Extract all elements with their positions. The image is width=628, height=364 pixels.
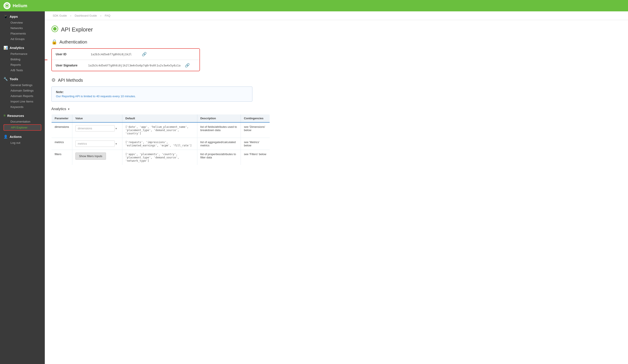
- desc-metrics: list of aggregated/calculated metrics: [197, 138, 241, 150]
- breadcrumb-sdk-guide[interactable]: SDK Guide: [53, 14, 67, 17]
- sidebar-item-adomain-reports[interactable]: Adomain Reports: [3, 93, 41, 99]
- auth-section-header: 🔒 Authentication: [51, 39, 622, 45]
- sidebar-item-log-out[interactable]: Log out: [3, 140, 41, 146]
- note-box: Note: Our Reporting API is limited to 40…: [51, 86, 252, 102]
- sidebar-item-import-line-items[interactable]: Import Line Items: [3, 99, 41, 104]
- auth-user-signature-row: User Signature 1a2b3c4d5e6f7g8h9i0j1k2l3…: [52, 60, 200, 71]
- api-methods-section-header: ⚙ API Methods: [51, 77, 622, 83]
- table-header-row: Parameter Value Default Description Cont…: [52, 115, 270, 123]
- value-metrics[interactable]: metrics: [72, 138, 122, 150]
- sidebar-section-resources: ≡ Resources Documentation API Explorer: [0, 111, 45, 132]
- user-signature-value: 1a2b3c4d5e6f7g8h9i0j1k2l3m4n5o6p7q8r9s0t…: [88, 64, 180, 67]
- sidebar-section-tools: 🔧 Tools General Settings Adomain Setting…: [0, 74, 45, 111]
- metrics-select-wrapper[interactable]: metrics: [76, 141, 119, 147]
- sidebar-section-tools-title[interactable]: 🔧 Tools: [3, 77, 41, 81]
- phone-icon: 📱: [3, 14, 8, 19]
- auth-user-id-row: User ID 1a2b3c4d5e6f7g8h9i0j1k2l 🔗 🔗: [52, 49, 200, 60]
- logo-icon: [3, 2, 10, 9]
- red-arrow-annotation: [45, 56, 50, 64]
- value-filters[interactable]: Show filters Inputs: [72, 150, 122, 165]
- gear-icon: ⚙: [51, 77, 56, 83]
- breadcrumb-faq[interactable]: FAQ: [105, 14, 110, 17]
- user-signature-link-icon[interactable]: 🔗: [180, 63, 190, 68]
- sidebar-item-general-settings[interactable]: General Settings: [3, 82, 41, 88]
- note-title: Note:: [56, 90, 248, 94]
- col-default: Default: [122, 115, 197, 123]
- user-id-value: 1a2b3c4d5e6f7g8h9i0j1k2l: [91, 53, 138, 56]
- analytics-icon: 📊: [3, 46, 8, 50]
- chevron-down-icon: ▾: [68, 107, 70, 111]
- page-title: API Explorer: [61, 26, 93, 33]
- default-dimensions: ['date', 'app', 'helium_placement_name',…: [122, 122, 197, 138]
- desc-dimensions: list of fields/attributes used to breakd…: [197, 122, 241, 138]
- lock-icon: 🔒: [51, 39, 57, 45]
- param-filters: filters: [52, 150, 72, 165]
- sidebar-item-overview[interactable]: Overview: [3, 20, 41, 25]
- contingencies-dimensions: see 'Dimensions' below: [241, 122, 270, 138]
- table-row: dimensions dimensions ['date', 'app', 'h…: [52, 122, 270, 138]
- table-row: metrics metrics ['requests', 'impression…: [52, 138, 270, 150]
- breadcrumb-sep-1: ›: [70, 14, 71, 17]
- page-title-container: API Explorer: [51, 25, 622, 34]
- sidebar-item-documentation[interactable]: Documentation: [3, 119, 41, 124]
- svg-point-1: [6, 4, 8, 7]
- default-filters: ['apps', 'placements', 'country', 'place…: [122, 150, 197, 165]
- sidebar-section-resources-title[interactable]: ≡ Resources: [3, 114, 41, 118]
- sidebar-item-reports[interactable]: Reports: [3, 62, 41, 68]
- sidebar-item-placements[interactable]: Placements: [3, 31, 41, 36]
- dimensions-select[interactable]: dimensions: [76, 125, 115, 132]
- app-logo[interactable]: Helium: [3, 2, 27, 9]
- sidebar-section-actions: 👤 Actions Log out: [0, 132, 45, 146]
- col-description: Description: [197, 115, 241, 123]
- dimensions-select-wrapper[interactable]: dimensions: [76, 125, 119, 132]
- show-filters-button[interactable]: Show filters Inputs: [76, 152, 106, 160]
- desc-filters: list of properties/attributes to filter …: [197, 150, 241, 165]
- note-text: Our Reporting API is limited to 40 reque…: [56, 95, 248, 98]
- value-dimensions[interactable]: dimensions: [72, 122, 122, 138]
- main-content: API Explorer 🔒 Authentication: [45, 20, 628, 364]
- sidebar-item-api-explorer[interactable]: API Explorer: [3, 124, 41, 131]
- contingencies-filters: see 'Filters' below: [241, 150, 270, 165]
- col-parameter: Parameter: [52, 115, 72, 123]
- sidebar-section-actions-title[interactable]: 👤 Actions: [3, 135, 41, 139]
- sidebar-item-bidding[interactable]: Bidding: [3, 57, 41, 62]
- sidebar-item-networks[interactable]: Networks: [3, 25, 41, 31]
- user-id-label: User ID: [56, 52, 91, 56]
- svg-point-3: [53, 27, 57, 31]
- param-dimensions: dimensions: [52, 122, 72, 138]
- sidebar-item-keywords[interactable]: Keywords: [3, 104, 41, 110]
- auth-box: User ID 1a2b3c4d5e6f7g8h9i0j1k2l 🔗 🔗 Use…: [51, 48, 200, 71]
- analytics-label: Analytics: [51, 107, 66, 111]
- param-metrics: metrics: [52, 138, 72, 150]
- breadcrumb-sep-2: ›: [100, 14, 101, 17]
- sidebar: 📱 Apps Overview Networks Placements Ad G…: [0, 11, 45, 364]
- topbar: Helium: [0, 0, 628, 11]
- api-table: Parameter Value Default Description Cont…: [51, 114, 270, 165]
- default-metrics: ['requests', 'impressions', 'estimated_e…: [122, 138, 197, 150]
- table-row: filters Show filters Inputs ['apps', 'pl…: [52, 150, 270, 165]
- user-signature-label: User Signature: [56, 64, 88, 67]
- analytics-section-toggle[interactable]: Analytics ▾: [51, 107, 622, 111]
- sidebar-item-api-explorer-wrapper: API Explorer: [3, 124, 41, 131]
- breadcrumb-dashboard-guide[interactable]: Dashboard Guide: [75, 14, 97, 17]
- layout: 📱 Apps Overview Networks Placements Ad G…: [0, 11, 628, 364]
- sidebar-item-performance[interactable]: Performance: [3, 51, 41, 57]
- sidebar-section-apps: 📱 Apps Overview Networks Placements Ad G…: [0, 11, 45, 43]
- sidebar-item-ab-tests[interactable]: A/B Tests: [3, 68, 41, 73]
- contingencies-metrics: see 'Metrics' below: [241, 138, 270, 150]
- app-name: Helium: [13, 3, 27, 8]
- tools-icon: 🔧: [3, 77, 8, 81]
- col-contingencies: Contingencies: [241, 115, 270, 123]
- sidebar-section-apps-title[interactable]: 📱 Apps: [3, 14, 41, 19]
- resources-icon: ≡: [3, 114, 5, 118]
- col-value: Value: [72, 115, 122, 123]
- actions-icon: 👤: [3, 135, 8, 139]
- user-id-link-icon[interactable]: 🔗: [138, 52, 147, 57]
- api-explorer-icon: [51, 25, 58, 34]
- sidebar-item-adomain-settings[interactable]: Adomain Settings: [3, 88, 41, 93]
- sidebar-section-analytics-title[interactable]: 📊 Analytics: [3, 46, 41, 50]
- sidebar-section-analytics: 📊 Analytics Performance Bidding Reports …: [0, 43, 45, 74]
- metrics-select[interactable]: metrics: [76, 141, 115, 147]
- breadcrumb: SDK Guide › Dashboard Guide › FAQ: [45, 11, 628, 20]
- sidebar-item-ad-groups[interactable]: Ad Groups: [3, 36, 41, 42]
